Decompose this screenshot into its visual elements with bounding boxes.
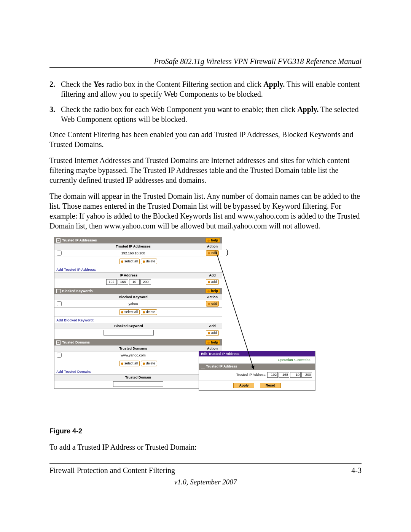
collapse-icon[interactable]: – (56, 289, 61, 293)
step-3: 3. Check the radio box for each Web Comp… (49, 104, 362, 124)
step-2: 2. Check the Yes radio box in the Conten… (49, 79, 362, 99)
footer-section: Firewall Protection and Content Filterin… (49, 466, 175, 475)
step-number: 2. (49, 79, 61, 99)
edit-button[interactable]: edit (206, 250, 219, 256)
stray-paren: ) (226, 248, 228, 256)
dialog-ip-label: Trusted IP Address: (236, 373, 266, 377)
section-title: Trusted Domains (62, 340, 90, 344)
trusted-ip-row: 192.168.10.200 edit (54, 249, 222, 257)
delete-button[interactable]: delete (141, 259, 158, 264)
step-number: 3. (49, 104, 61, 124)
ip-input[interactable]: 19216810200 (106, 279, 151, 285)
paragraph: Once Content Filtering has been enabled … (49, 129, 362, 149)
keyword-value: yahoo (64, 301, 203, 307)
col-header-add: Add (203, 273, 222, 278)
col-header-ip-address: IP Address (54, 273, 203, 278)
select-all-button[interactable]: select all (119, 361, 140, 366)
edit-ip-dialog: Edit Trusted IP Address Operation succee… (199, 351, 315, 391)
step-list: 2. Check the Yes radio box in the Conten… (49, 79, 362, 124)
dialog-section-header: – Trusted IP Address (199, 364, 315, 370)
collapse-icon[interactable]: – (201, 365, 205, 369)
select-all-button[interactable]: select all (119, 259, 140, 264)
dialog-title: Edit Trusted IP Address (199, 351, 315, 356)
row-checkbox[interactable] (57, 251, 62, 256)
config-panel: –Trusted IP Addresses help Trusted IP Ad… (54, 237, 222, 389)
page-header: ProSafe 802.11g Wireless VPN Firewall FV… (49, 57, 362, 68)
page-footer: Firewall Protection and Content Filterin… (49, 463, 362, 475)
col-header-action: Action (203, 295, 222, 299)
embedded-screenshot: ) –Trusted IP Addresses help Trusted IP … (54, 237, 362, 389)
dialog-ip-input[interactable]: 19216810200 (267, 372, 312, 378)
section-blocked-keywords-header: –Blocked Keywords help (54, 288, 222, 294)
col-header-domain: Trusted Domain (54, 375, 222, 380)
edit-button[interactable]: edit (206, 301, 219, 307)
figure-label: Figure 4-2 (49, 427, 362, 435)
collapse-icon[interactable]: – (56, 238, 61, 243)
col-header-ip: Trusted IP Addresses (64, 244, 203, 249)
domain-value: www.yahoo.com (64, 353, 203, 358)
paragraph: Trusted Internet Addresses and Trusted D… (49, 155, 362, 185)
col-header-domain: Trusted Domains (64, 346, 203, 351)
paragraph: The domain will appear in the Trusted Do… (49, 191, 362, 231)
keyword-input[interactable] (104, 330, 154, 335)
col-header-action: Action (203, 244, 222, 249)
add-trusted-ip-label: Add Trusted IP Address: (54, 266, 222, 272)
paragraph: To add a Trusted IP Address or Trusted D… (49, 442, 362, 452)
col-header-keyword: Blocked Keyword (54, 323, 203, 329)
section-title: Trusted IP Addresses (62, 238, 97, 242)
help-button[interactable]: help (206, 340, 220, 345)
ip-value: 192.168.10.200 (64, 251, 203, 256)
trusted-domain-row: www.yahoo.com edit (54, 351, 222, 359)
section-title: Blocked Keywords (62, 289, 93, 293)
delete-button[interactable]: delete (141, 309, 158, 315)
domain-input[interactable] (113, 381, 163, 387)
add-trusted-domain-label: Add Trusted Domain: (54, 368, 222, 374)
col-header-keyword: Blocked Keyword (64, 294, 203, 300)
row-checkbox[interactable] (57, 301, 62, 306)
section-trusted-domains-header: –Trusted Domains help (54, 339, 222, 345)
help-button[interactable]: help (206, 238, 220, 243)
col-header-action: Action (203, 346, 222, 351)
delete-button[interactable]: delete (141, 361, 158, 366)
col-header-add: Add (203, 324, 222, 328)
dialog-status-msg: Operation succeeded. (199, 356, 315, 364)
help-button[interactable]: help (206, 289, 220, 293)
add-blocked-keyword-label: Add Blocked Keyword: (54, 316, 222, 323)
section-trusted-ip-header: –Trusted IP Addresses help (54, 237, 222, 243)
add-button[interactable]: add (206, 279, 219, 285)
reset-button[interactable]: Reset (260, 383, 281, 388)
row-checkbox[interactable] (57, 353, 62, 358)
footer-version: v1.0, September 2007 (49, 478, 362, 486)
footer-page-number: 4-3 (351, 466, 362, 475)
step-body: Check the radio box for each Web Compone… (61, 104, 362, 124)
add-button[interactable]: add (206, 330, 219, 336)
select-all-button[interactable]: select all (119, 309, 140, 315)
step-body: Check the Yes radio box in the Content F… (61, 79, 362, 99)
apply-button[interactable]: Apply (233, 383, 254, 388)
blocked-keyword-row: yahoo edit (54, 300, 222, 307)
collapse-icon[interactable]: – (56, 340, 61, 345)
